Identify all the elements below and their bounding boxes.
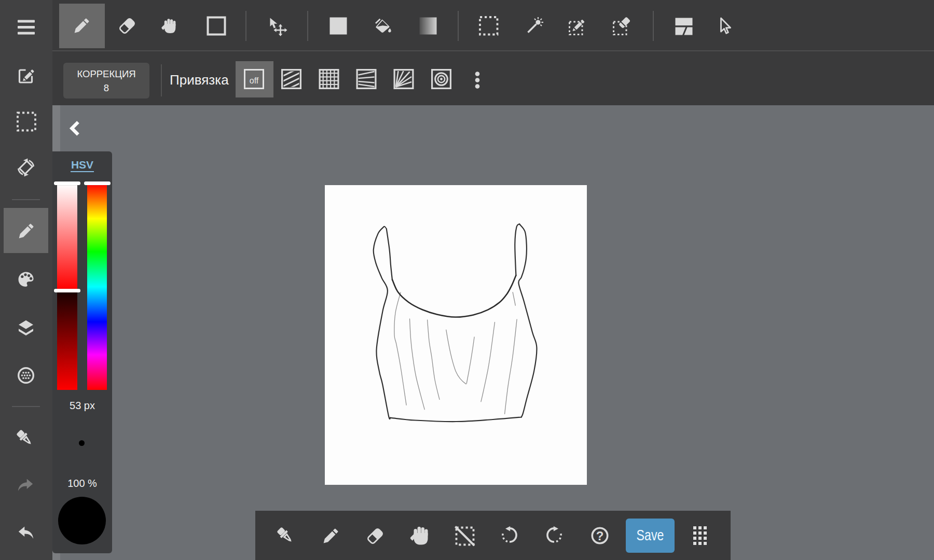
svg-text:?: ? [596, 529, 604, 543]
